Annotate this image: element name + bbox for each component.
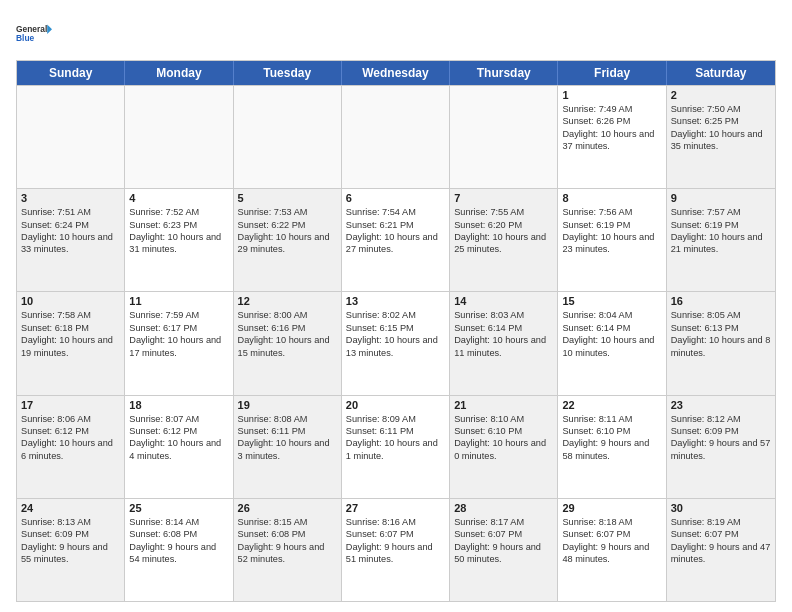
day-info: Sunrise: 8:04 AM Sunset: 6:14 PM Dayligh… <box>562 309 661 359</box>
day-number: 28 <box>454 502 553 514</box>
calendar-day-6: 6Sunrise: 7:54 AM Sunset: 6:21 PM Daylig… <box>342 189 450 291</box>
calendar-day-30: 30Sunrise: 8:19 AM Sunset: 6:07 PM Dayli… <box>667 499 775 601</box>
day-number: 22 <box>562 399 661 411</box>
header-day-thursday: Thursday <box>450 61 558 85</box>
day-info: Sunrise: 7:50 AM Sunset: 6:25 PM Dayligh… <box>671 103 771 153</box>
calendar: SundayMondayTuesdayWednesdayThursdayFrid… <box>16 60 776 602</box>
calendar-day-20: 20Sunrise: 8:09 AM Sunset: 6:11 PM Dayli… <box>342 396 450 498</box>
day-info: Sunrise: 7:56 AM Sunset: 6:19 PM Dayligh… <box>562 206 661 256</box>
day-number: 12 <box>238 295 337 307</box>
day-info: Sunrise: 7:57 AM Sunset: 6:19 PM Dayligh… <box>671 206 771 256</box>
day-number: 8 <box>562 192 661 204</box>
day-number: 4 <box>129 192 228 204</box>
day-info: Sunrise: 8:17 AM Sunset: 6:07 PM Dayligh… <box>454 516 553 566</box>
header-day-friday: Friday <box>558 61 666 85</box>
calendar-day-29: 29Sunrise: 8:18 AM Sunset: 6:07 PM Dayli… <box>558 499 666 601</box>
day-info: Sunrise: 8:03 AM Sunset: 6:14 PM Dayligh… <box>454 309 553 359</box>
day-number: 30 <box>671 502 771 514</box>
day-number: 18 <box>129 399 228 411</box>
day-info: Sunrise: 8:16 AM Sunset: 6:07 PM Dayligh… <box>346 516 445 566</box>
day-number: 26 <box>238 502 337 514</box>
day-info: Sunrise: 8:00 AM Sunset: 6:16 PM Dayligh… <box>238 309 337 359</box>
day-info: Sunrise: 8:09 AM Sunset: 6:11 PM Dayligh… <box>346 413 445 463</box>
day-number: 13 <box>346 295 445 307</box>
calendar-day-8: 8Sunrise: 7:56 AM Sunset: 6:19 PM Daylig… <box>558 189 666 291</box>
day-info: Sunrise: 8:07 AM Sunset: 6:12 PM Dayligh… <box>129 413 228 463</box>
day-number: 10 <box>21 295 120 307</box>
day-number: 20 <box>346 399 445 411</box>
header-day-saturday: Saturday <box>667 61 775 85</box>
day-number: 3 <box>21 192 120 204</box>
calendar-day-24: 24Sunrise: 8:13 AM Sunset: 6:09 PM Dayli… <box>17 499 125 601</box>
calendar-week-1: 1Sunrise: 7:49 AM Sunset: 6:26 PM Daylig… <box>17 85 775 188</box>
calendar-day-empty <box>234 86 342 188</box>
calendar-day-28: 28Sunrise: 8:17 AM Sunset: 6:07 PM Dayli… <box>450 499 558 601</box>
calendar-body: 1Sunrise: 7:49 AM Sunset: 6:26 PM Daylig… <box>17 85 775 601</box>
calendar-day-14: 14Sunrise: 8:03 AM Sunset: 6:14 PM Dayli… <box>450 292 558 394</box>
day-info: Sunrise: 8:11 AM Sunset: 6:10 PM Dayligh… <box>562 413 661 463</box>
calendar-day-9: 9Sunrise: 7:57 AM Sunset: 6:19 PM Daylig… <box>667 189 775 291</box>
calendar-day-7: 7Sunrise: 7:55 AM Sunset: 6:20 PM Daylig… <box>450 189 558 291</box>
day-number: 15 <box>562 295 661 307</box>
calendar-week-2: 3Sunrise: 7:51 AM Sunset: 6:24 PM Daylig… <box>17 188 775 291</box>
day-info: Sunrise: 7:55 AM Sunset: 6:20 PM Dayligh… <box>454 206 553 256</box>
day-info: Sunrise: 8:13 AM Sunset: 6:09 PM Dayligh… <box>21 516 120 566</box>
header-day-wednesday: Wednesday <box>342 61 450 85</box>
calendar-day-13: 13Sunrise: 8:02 AM Sunset: 6:15 PM Dayli… <box>342 292 450 394</box>
day-info: Sunrise: 8:05 AM Sunset: 6:13 PM Dayligh… <box>671 309 771 359</box>
day-number: 6 <box>346 192 445 204</box>
calendar-day-26: 26Sunrise: 8:15 AM Sunset: 6:08 PM Dayli… <box>234 499 342 601</box>
day-number: 7 <box>454 192 553 204</box>
day-info: Sunrise: 7:54 AM Sunset: 6:21 PM Dayligh… <box>346 206 445 256</box>
svg-text:Blue: Blue <box>16 33 35 43</box>
calendar-day-5: 5Sunrise: 7:53 AM Sunset: 6:22 PM Daylig… <box>234 189 342 291</box>
day-info: Sunrise: 8:08 AM Sunset: 6:11 PM Dayligh… <box>238 413 337 463</box>
header-day-sunday: Sunday <box>17 61 125 85</box>
calendar-week-4: 17Sunrise: 8:06 AM Sunset: 6:12 PM Dayli… <box>17 395 775 498</box>
calendar-day-27: 27Sunrise: 8:16 AM Sunset: 6:07 PM Dayli… <box>342 499 450 601</box>
calendar-day-empty <box>342 86 450 188</box>
day-number: 21 <box>454 399 553 411</box>
calendar-day-16: 16Sunrise: 8:05 AM Sunset: 6:13 PM Dayli… <box>667 292 775 394</box>
calendar-day-3: 3Sunrise: 7:51 AM Sunset: 6:24 PM Daylig… <box>17 189 125 291</box>
day-number: 14 <box>454 295 553 307</box>
calendar-header: SundayMondayTuesdayWednesdayThursdayFrid… <box>17 61 775 85</box>
calendar-day-25: 25Sunrise: 8:14 AM Sunset: 6:08 PM Dayli… <box>125 499 233 601</box>
day-info: Sunrise: 8:12 AM Sunset: 6:09 PM Dayligh… <box>671 413 771 463</box>
day-number: 11 <box>129 295 228 307</box>
day-info: Sunrise: 8:18 AM Sunset: 6:07 PM Dayligh… <box>562 516 661 566</box>
calendar-day-18: 18Sunrise: 8:07 AM Sunset: 6:12 PM Dayli… <box>125 396 233 498</box>
calendar-day-21: 21Sunrise: 8:10 AM Sunset: 6:10 PM Dayli… <box>450 396 558 498</box>
calendar-day-19: 19Sunrise: 8:08 AM Sunset: 6:11 PM Dayli… <box>234 396 342 498</box>
calendar-day-15: 15Sunrise: 8:04 AM Sunset: 6:14 PM Dayli… <box>558 292 666 394</box>
calendar-day-17: 17Sunrise: 8:06 AM Sunset: 6:12 PM Dayli… <box>17 396 125 498</box>
day-number: 25 <box>129 502 228 514</box>
day-number: 16 <box>671 295 771 307</box>
day-info: Sunrise: 8:06 AM Sunset: 6:12 PM Dayligh… <box>21 413 120 463</box>
svg-marker-2 <box>47 24 52 34</box>
calendar-day-4: 4Sunrise: 7:52 AM Sunset: 6:23 PM Daylig… <box>125 189 233 291</box>
day-number: 2 <box>671 89 771 101</box>
calendar-week-5: 24Sunrise: 8:13 AM Sunset: 6:09 PM Dayli… <box>17 498 775 601</box>
day-number: 1 <box>562 89 661 101</box>
day-number: 9 <box>671 192 771 204</box>
day-info: Sunrise: 8:14 AM Sunset: 6:08 PM Dayligh… <box>129 516 228 566</box>
calendar-day-1: 1Sunrise: 7:49 AM Sunset: 6:26 PM Daylig… <box>558 86 666 188</box>
svg-text:General: General <box>16 24 47 34</box>
calendar-day-23: 23Sunrise: 8:12 AM Sunset: 6:09 PM Dayli… <box>667 396 775 498</box>
calendar-day-22: 22Sunrise: 8:11 AM Sunset: 6:10 PM Dayli… <box>558 396 666 498</box>
day-number: 23 <box>671 399 771 411</box>
day-number: 24 <box>21 502 120 514</box>
calendar-week-3: 10Sunrise: 7:58 AM Sunset: 6:18 PM Dayli… <box>17 291 775 394</box>
calendar-day-10: 10Sunrise: 7:58 AM Sunset: 6:18 PM Dayli… <box>17 292 125 394</box>
header-day-monday: Monday <box>125 61 233 85</box>
day-info: Sunrise: 8:10 AM Sunset: 6:10 PM Dayligh… <box>454 413 553 463</box>
calendar-day-12: 12Sunrise: 8:00 AM Sunset: 6:16 PM Dayli… <box>234 292 342 394</box>
day-number: 5 <box>238 192 337 204</box>
day-info: Sunrise: 7:58 AM Sunset: 6:18 PM Dayligh… <box>21 309 120 359</box>
day-info: Sunrise: 7:51 AM Sunset: 6:24 PM Dayligh… <box>21 206 120 256</box>
day-number: 27 <box>346 502 445 514</box>
calendar-day-2: 2Sunrise: 7:50 AM Sunset: 6:25 PM Daylig… <box>667 86 775 188</box>
day-info: Sunrise: 8:02 AM Sunset: 6:15 PM Dayligh… <box>346 309 445 359</box>
logo-svg: General Blue <box>16 16 52 52</box>
